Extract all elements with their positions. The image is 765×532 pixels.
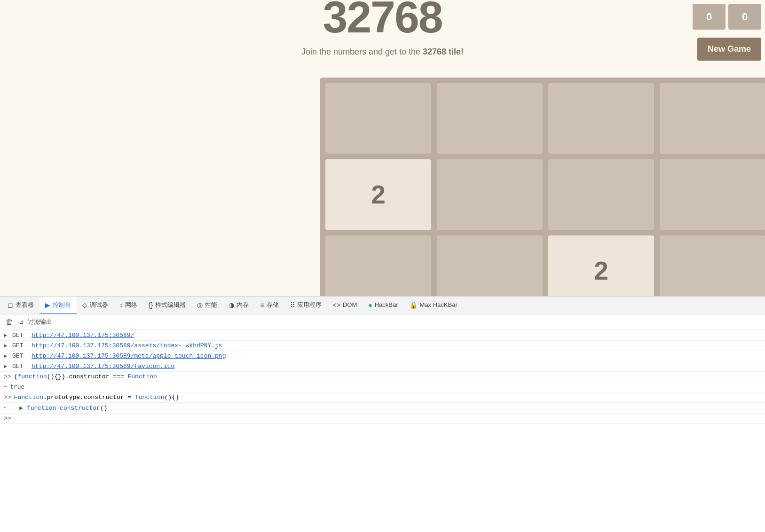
memory-icon: ◑ — [229, 301, 234, 309]
expand-arrow-3[interactable]: ▶ — [4, 352, 9, 360]
network-icon: ↕ — [119, 301, 123, 309]
subtitle-highlight: 32768 tile! — [423, 47, 464, 56]
subtitle-text: Join the numbers and get to the — [301, 47, 423, 56]
tab-network-label: 网络 — [125, 301, 137, 309]
storage-icon: ≡ — [260, 301, 264, 309]
url-link-2[interactable]: http://47.100.137.175:30589/assets/index… — [32, 342, 222, 349]
tile-0-3 — [660, 83, 765, 154]
console-output: ▶ GET http://47.100.137.175:30589/ ▶ GET… — [0, 329, 765, 532]
tile-2-0 — [325, 235, 431, 306]
tab-apps[interactable]: ⠿ 应用程序 — [284, 297, 327, 314]
tile-2-2: 2 — [548, 235, 654, 306]
game-subtitle: Join the numbers and get to the 32768 ti… — [301, 47, 464, 57]
result-arrow-1: ← — [4, 383, 7, 390]
filter-output-label: 过滤输出 — [28, 318, 52, 326]
tile-2-3 — [660, 235, 765, 306]
expand-arrow-1[interactable]: ▶ — [4, 332, 9, 339]
tab-maxhackbar-label: Max HacKBar — [420, 301, 457, 308]
tile-1-2 — [548, 159, 654, 230]
console-row-input-2: >> Function.prototype.constructor = func… — [0, 392, 765, 403]
tab-dom-label: DOM — [343, 301, 357, 308]
result-value-1: true — [10, 383, 24, 391]
tab-maxhackbar[interactable]: 🔒 Max HacKBar — [404, 297, 463, 314]
url-link-4[interactable]: http://47.100.137.175:30589/favicon.ico — [32, 363, 174, 370]
tab-hackbar-label: HackBar — [375, 301, 398, 308]
tile-0-1 — [437, 83, 543, 154]
hackbar-dot-icon: ● — [368, 301, 372, 309]
tab-memory[interactable]: ◑ 内存 — [223, 297, 254, 314]
console-row-input-1: >> (function(){}).constructor === Functi… — [0, 372, 765, 382]
game-area: 0 0 32768 Join the numbers and get to th… — [0, 0, 765, 296]
console-row-result-2: ← ▶ function constructor() — [0, 403, 765, 414]
tab-style-editor-label: 样式编辑器 — [155, 301, 186, 309]
result-expand-2[interactable]: ▶ function constructor() — [10, 404, 107, 412]
tab-storage-label: 存储 — [267, 301, 279, 309]
tile-1-1 — [437, 159, 543, 230]
performance-icon: ◎ — [197, 301, 203, 309]
console-row-get-4: ▶ GET http://47.100.137.175:30589/favico… — [0, 361, 765, 372]
empty-arrow: >> — [4, 415, 11, 422]
dom-icon: <> — [333, 301, 340, 309]
score-boxes: 0 0 — [693, 4, 761, 30]
clear-console-button[interactable]: 🗑 — [4, 317, 15, 327]
expand-arrow-2[interactable]: ▶ — [4, 342, 9, 349]
console-row-get-1: ▶ GET http://47.100.137.175:30589/ — [0, 330, 765, 341]
tab-memory-label: 内存 — [237, 301, 249, 309]
console-row-get-2: ▶ GET http://47.100.137.175:30589/assets… — [0, 341, 765, 351]
filter-icon: ⊿ — [19, 318, 24, 325]
tab-elements-label: 查看器 — [16, 301, 34, 309]
method-label-1: GET — [12, 332, 29, 339]
tab-hackbar[interactable]: ● HackBar — [363, 297, 403, 314]
tile-0-2 — [548, 83, 654, 154]
method-label-3: GET — [12, 352, 29, 360]
tab-storage[interactable]: ≡ 存储 — [254, 297, 284, 314]
game-board: 2 2 — [320, 78, 765, 312]
tile-2-1 — [437, 235, 543, 306]
code-2: Function.prototype.constructor = functio… — [14, 394, 179, 401]
code-1: (function(){}).constructor === Function — [14, 373, 157, 380]
tab-performance[interactable]: ◎ 性能 — [191, 297, 223, 314]
result-arrow-2: ← — [4, 404, 7, 411]
score-box-2: 0 — [728, 4, 761, 30]
input-arrow-1: >> — [4, 373, 11, 380]
score-box-1: 0 — [693, 4, 726, 30]
tab-elements[interactable]: ◻ 查看器 — [2, 297, 39, 314]
console-row-empty: >> — [0, 414, 765, 424]
devtools-panel: ◻ 查看器 ▶ 控制台 ◇ 调试器 ↕ 网络 {} 样式编辑器 ◎ 性能 ◑ 内… — [0, 296, 765, 532]
input-arrow-2: >> — [4, 394, 11, 401]
tile-1-0: 2 — [325, 159, 431, 230]
method-label-2: GET — [12, 342, 29, 349]
console-icon: ▶ — [45, 301, 50, 309]
tab-debugger[interactable]: ◇ 调试器 — [77, 297, 114, 314]
console-row-get-3: ▶ GET http://47.100.137.175:30589/meta/a… — [0, 351, 765, 361]
console-row-result-1: ← true — [0, 382, 765, 392]
tab-debugger-label: 调试器 — [90, 301, 108, 309]
tab-style-editor[interactable]: {} 样式编辑器 — [143, 297, 191, 314]
tab-performance-label: 性能 — [205, 301, 217, 309]
url-link-1[interactable]: http://47.100.137.175:30589/ — [32, 332, 134, 339]
tab-console-label: 控制台 — [53, 301, 71, 309]
tab-network[interactable]: ↕ 网络 — [114, 297, 143, 314]
game-score-title: 32768 — [323, 0, 442, 43]
tile-1-3 — [660, 159, 765, 230]
tab-apps-label: 应用程序 — [297, 301, 322, 309]
url-link-3[interactable]: http://47.100.137.175:30589/meta/apple-t… — [32, 352, 226, 360]
new-game-button[interactable]: New Game — [697, 38, 761, 61]
tab-console[interactable]: ▶ 控制台 — [39, 297, 77, 314]
elements-icon: ◻ — [8, 301, 13, 309]
apps-icon: ⠿ — [290, 301, 295, 309]
devtools-tab-bar: ◻ 查看器 ▶ 控制台 ◇ 调试器 ↕ 网络 {} 样式编辑器 ◎ 性能 ◑ 内… — [0, 297, 765, 314]
style-icon: {} — [149, 301, 153, 309]
debugger-icon: ◇ — [82, 301, 87, 309]
maxhackbar-lock-icon: 🔒 — [410, 301, 418, 309]
expand-arrow-4[interactable]: ▶ — [4, 363, 9, 370]
devtools-toolbar: 🗑 ⊿ 过滤输出 — [0, 314, 765, 329]
tab-dom[interactable]: <> DOM — [327, 297, 363, 314]
tile-0-0 — [325, 83, 431, 154]
method-label-4: GET — [12, 363, 29, 370]
